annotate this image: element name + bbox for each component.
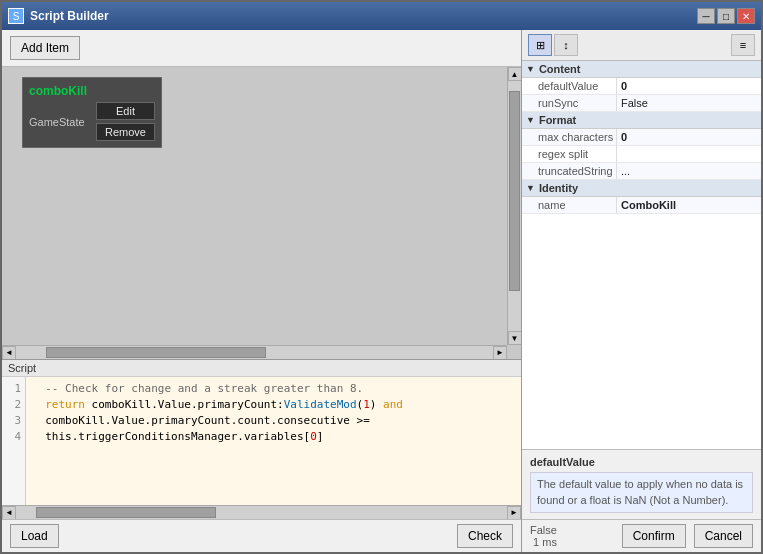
close-button[interactable]: ✕ <box>737 8 755 24</box>
bottom-bar: Load Check <box>2 519 521 552</box>
window-title: Script Builder <box>30 9 109 23</box>
desc-text: The default value to apply when no data … <box>530 472 753 513</box>
node-type-label: GameState <box>29 116 90 128</box>
prop-name-truncatedstring: truncatedString <box>522 163 617 179</box>
maximize-button[interactable]: □ <box>717 8 735 24</box>
script-label: Script <box>2 360 521 377</box>
scroll-thumb-v[interactable] <box>509 91 520 291</box>
confirm-button[interactable]: Confirm <box>622 524 686 548</box>
main-content: Add Item comboKill GameState Edit Remove <box>2 30 761 552</box>
desc-title: defaultValue <box>530 456 753 468</box>
script-body: 1 2 3 4 -- Check for change and a streak… <box>2 377 521 505</box>
line-num-3: 3 <box>6 413 21 429</box>
toolbar: Add Item <box>2 30 521 67</box>
prop-row-name: name ComboKill <box>522 197 761 214</box>
prop-row-runsync: runSync False <box>522 95 761 112</box>
props-toolbar: ⊞ ↕ ≡ <box>522 30 761 61</box>
prop-name-regexsplit: regex split <box>522 146 617 162</box>
prop-name-runsync: runSync <box>522 95 617 111</box>
status-area: False 1 ms <box>530 524 557 548</box>
minimize-button[interactable]: ─ <box>697 8 715 24</box>
prop-name-maxchars: max characters <box>522 129 617 145</box>
script-content[interactable]: -- Check for change and a streak greater… <box>26 377 521 505</box>
line-num-2: 2 <box>6 397 21 413</box>
prop-name-defaultvalue: defaultValue <box>522 78 617 94</box>
prop-value-regexsplit[interactable] <box>617 146 761 162</box>
node-remove-button[interactable]: Remove <box>96 123 155 141</box>
scroll-right-arrow[interactable]: ► <box>493 346 507 360</box>
script-scroll-thumb[interactable] <box>36 507 216 518</box>
title-buttons: ─ □ ✕ <box>697 8 755 24</box>
prop-row-regexsplit: regex split <box>522 146 761 163</box>
prop-value-defaultvalue[interactable]: 0 <box>617 78 761 94</box>
canvas-scrollbar-v[interactable]: ▲ ▼ <box>507 67 521 345</box>
canvas-area[interactable]: comboKill GameState Edit Remove ▲ <box>2 67 521 359</box>
prop-value-maxchars[interactable]: 0 <box>617 129 761 145</box>
title-bar-left: S Script Builder <box>8 8 109 24</box>
line-numbers: 1 2 3 4 <box>2 377 26 505</box>
props-description: defaultValue The default value to apply … <box>522 449 761 519</box>
format-triangle: ▼ <box>526 115 535 125</box>
prop-row-defaultvalue: defaultValue 0 <box>522 78 761 95</box>
prop-value-name[interactable]: ComboKill <box>617 197 761 213</box>
main-window: S Script Builder ─ □ ✕ Add Item comboKil… <box>0 0 763 554</box>
scroll-left-arrow[interactable]: ◄ <box>2 346 16 360</box>
node-label: comboKill <box>29 84 155 98</box>
section-content[interactable]: ▼ Content <box>522 61 761 78</box>
scroll-track-h[interactable] <box>16 346 493 359</box>
prop-value-runsync[interactable]: False <box>617 95 761 111</box>
title-bar: S Script Builder ─ □ ✕ <box>2 2 761 30</box>
identity-triangle: ▼ <box>526 183 535 193</box>
status-time: 1 ms <box>533 536 557 548</box>
right-bottom: False 1 ms Confirm Cancel <box>522 519 761 552</box>
scroll-up-arrow[interactable]: ▲ <box>508 67 522 81</box>
script-section: Script 1 2 3 4 -- Check for change and a… <box>2 359 521 519</box>
load-button[interactable]: Load <box>10 524 59 548</box>
line-num-4: 4 <box>6 429 21 445</box>
prop-name-name: name <box>522 197 617 213</box>
section-format[interactable]: ▼ Format <box>522 112 761 129</box>
identity-section-label: Identity <box>539 182 578 194</box>
script-scrollbar-h[interactable]: ◄ ► <box>2 505 521 519</box>
node-buttons: Edit Remove <box>96 102 155 141</box>
prop-value-truncatedstring[interactable]: ... <box>617 163 761 179</box>
prop-row-truncatedstring: truncatedString ... <box>522 163 761 180</box>
add-item-button[interactable]: Add Item <box>10 36 80 60</box>
scroll-track-v[interactable] <box>508 81 521 331</box>
props-grid: ▼ Content defaultValue 0 runSync False ▼… <box>522 61 761 449</box>
content-triangle: ▼ <box>526 64 535 74</box>
scroll-thumb-h[interactable] <box>46 347 266 358</box>
section-identity[interactable]: ▼ Identity <box>522 180 761 197</box>
script-scroll-track[interactable] <box>16 506 507 519</box>
props-grid-icon[interactable]: ⊞ <box>528 34 552 56</box>
props-sort-icon[interactable]: ↕ <box>554 34 578 56</box>
node-block: comboKill GameState Edit Remove <box>22 77 162 148</box>
scroll-down-arrow[interactable]: ▼ <box>508 331 522 345</box>
status-false: False <box>530 524 557 536</box>
check-button[interactable]: Check <box>457 524 513 548</box>
line-num-1: 1 <box>6 381 21 397</box>
right-panel: ⊞ ↕ ≡ ▼ Content defaultValue 0 runSync <box>522 30 761 552</box>
format-section-label: Format <box>539 114 576 126</box>
canvas-scrollbar-h[interactable]: ◄ ► <box>2 345 507 359</box>
node-edit-button[interactable]: Edit <box>96 102 155 120</box>
script-scroll-right[interactable]: ► <box>507 506 521 520</box>
left-panel: Add Item comboKill GameState Edit Remove <box>2 30 522 552</box>
node-inner: GameState Edit Remove <box>29 102 155 141</box>
content-section-label: Content <box>539 63 581 75</box>
script-scroll-left[interactable]: ◄ <box>2 506 16 520</box>
window-icon: S <box>8 8 24 24</box>
cancel-button[interactable]: Cancel <box>694 524 753 548</box>
prop-row-maxchars: max characters 0 <box>522 129 761 146</box>
props-filter-icon[interactable]: ≡ <box>731 34 755 56</box>
